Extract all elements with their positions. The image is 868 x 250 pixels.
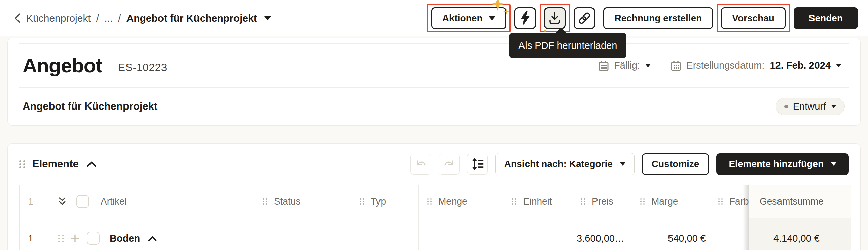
link-icon — [577, 11, 592, 26]
cell-typ[interactable] — [351, 218, 418, 250]
annotation-box-vorschau: Vorschau — [717, 4, 790, 32]
cell-status[interactable] — [254, 218, 351, 250]
aktionen-label: Aktionen — [442, 13, 483, 24]
preview-button[interactable]: Vorschau — [721, 7, 785, 29]
column-drag-icon[interactable] — [263, 198, 267, 204]
offer-page: Küchenprojekt / ... / Angebot für Küchen… — [0, 0, 868, 250]
row-number: 1 — [28, 233, 33, 244]
add-row-icon[interactable] — [71, 234, 80, 243]
row-checkbox[interactable] — [87, 232, 100, 245]
row-drag-icon[interactable] — [58, 234, 64, 242]
chevron-down-icon — [831, 162, 836, 166]
creation-date-label: Erstellungsdatum: — [686, 60, 764, 71]
breadcrumb-separator: / — [96, 12, 99, 24]
column-header-menge[interactable]: Menge — [418, 185, 503, 218]
column-header-gesamtsumme[interactable]: Gesamtsumme — [749, 185, 850, 218]
page-title: Angebot — [23, 54, 102, 77]
add-elements-button[interactable]: Elemente hinzufügen — [716, 153, 849, 175]
document-title[interactable]: Angebot für Küchenprojekt — [23, 101, 157, 113]
column-label: Gesamtsumme — [760, 196, 824, 207]
sparkle-icon — [503, 9, 509, 15]
status-badge[interactable]: Entwurf — [776, 98, 845, 115]
column-drag-icon[interactable] — [427, 198, 432, 204]
breadcrumb-current[interactable]: Angebot für Küchenprojekt — [126, 12, 257, 24]
cell-marge[interactable]: 540,00 € — [631, 218, 713, 250]
download-pdf-button[interactable] — [544, 7, 565, 29]
gesamtsumme-value: 4.140,00 € — [773, 233, 819, 244]
table-header-row: 1 Artikel Status Typ — [20, 185, 850, 218]
column-drag-icon[interactable] — [718, 198, 723, 204]
add-elements-label: Elemente hinzufügen — [729, 159, 824, 169]
column-label: Artikel — [101, 196, 127, 207]
frozen-column-gesamtsumme: Gesamtsumme 4.140,00 € — [749, 185, 850, 250]
breadcrumb-separator: / — [118, 12, 121, 24]
due-label: Fällig: — [614, 60, 640, 71]
view-by-label: Ansicht nach: Kategorie — [504, 159, 613, 169]
chevron-up-icon[interactable] — [148, 235, 157, 241]
chevron-down-icon — [836, 64, 841, 67]
breadcrumb-caret-icon[interactable] — [265, 16, 271, 20]
download-tooltip: Als PDF herunterladen — [509, 33, 626, 58]
column-label: Marge — [651, 196, 678, 207]
download-tooltip-label: Als PDF herunterladen — [519, 40, 617, 51]
column-drag-icon[interactable] — [640, 198, 645, 204]
chevron-down-icon — [489, 16, 495, 20]
column-drag-icon[interactable] — [360, 198, 364, 204]
calendar-icon — [598, 60, 609, 71]
cell-menge[interactable] — [418, 218, 503, 250]
column-drag-icon[interactable] — [581, 198, 585, 204]
status-dot-icon — [784, 105, 788, 109]
row-height-icon — [471, 157, 484, 171]
ai-actions-button[interactable] — [515, 7, 536, 29]
select-all-checkbox[interactable] — [76, 195, 89, 208]
status-label: Entwurf — [793, 101, 826, 112]
breadcrumb-ellipsis[interactable]: ... — [104, 12, 113, 24]
copy-link-button[interactable] — [574, 7, 595, 29]
elements-card: Elemente — [7, 143, 861, 250]
row-height-button[interactable] — [467, 154, 488, 174]
download-icon — [548, 11, 561, 25]
undo-button[interactable] — [410, 154, 431, 174]
cell-preis[interactable]: 3.600,00… — [572, 218, 631, 250]
row-number-header: 1 — [20, 185, 42, 218]
drag-handle-icon[interactable] — [19, 160, 25, 168]
calendar-icon — [671, 60, 681, 71]
column-header-typ[interactable]: Typ — [351, 185, 418, 218]
lightning-icon — [519, 11, 532, 26]
preview-label: Vorschau — [732, 13, 774, 24]
column-drag-icon[interactable] — [512, 198, 517, 204]
column-label: Status — [274, 196, 301, 207]
customize-button[interactable]: Customize — [642, 153, 709, 175]
cell-einheit[interactable] — [503, 218, 572, 250]
creation-date-field[interactable]: Erstellungsdatum: 12. Feb. 2024 — [671, 60, 841, 71]
create-invoice-button[interactable]: Rechnung erstellen — [603, 7, 713, 29]
row-number-cell: 1 — [20, 218, 42, 250]
cell-artikel[interactable]: Boden — [42, 218, 254, 250]
chevron-down-icon — [831, 105, 836, 108]
customize-label: Customize — [652, 159, 700, 169]
column-header-artikel[interactable]: Artikel — [42, 185, 254, 218]
column-header-einheit[interactable]: Einheit — [503, 185, 572, 218]
breadcrumb-project[interactable]: Küchenprojekt — [26, 12, 91, 24]
send-button[interactable]: Senden — [794, 7, 858, 29]
elements-table: 1 Artikel Status Typ — [19, 185, 850, 250]
redo-icon — [443, 158, 455, 170]
column-header-status[interactable]: Status — [254, 185, 351, 218]
elements-section-title: Elemente — [32, 158, 79, 170]
chevron-left-icon[interactable] — [14, 13, 21, 24]
create-invoice-label: Rechnung erstellen — [614, 13, 702, 24]
column-header-preis[interactable]: Preis — [572, 185, 631, 218]
column-label: Einheit — [523, 196, 552, 207]
chevron-down-icon — [620, 162, 625, 166]
breadcrumb: Küchenprojekt / ... / Angebot für Küchen… — [14, 12, 271, 24]
column-header-marge[interactable]: Marge — [631, 185, 713, 218]
cell-gesamtsumme[interactable]: 4.140,00 € — [749, 218, 850, 250]
view-by-dropdown[interactable]: Ansicht nach: Kategorie — [495, 153, 634, 175]
elements-controls: Ansicht nach: Kategorie Customize Elemen… — [410, 153, 849, 175]
expand-all-icon[interactable] — [58, 197, 66, 206]
chevron-up-icon[interactable] — [87, 161, 96, 167]
redo-button[interactable] — [439, 154, 460, 174]
column-label: Preis — [592, 196, 613, 207]
due-date-field[interactable]: Fällig: — [598, 60, 651, 71]
elements-section-header: Elemente — [19, 143, 849, 185]
